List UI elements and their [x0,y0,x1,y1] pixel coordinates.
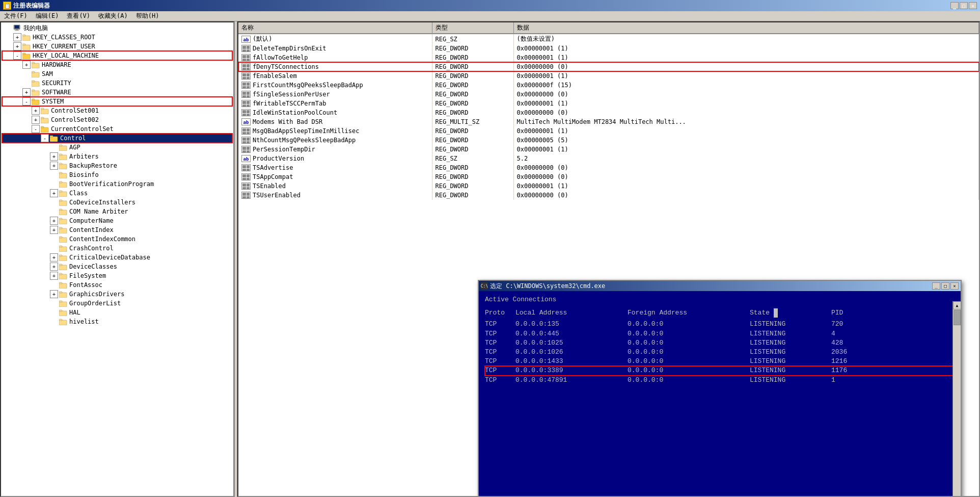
cmd-close[interactable]: ✕ [950,282,959,290]
maximize-button[interactable]: □ [960,2,968,9]
table-row[interactable]: fSingleSessionPerUserREG_DWORD0x00000000… [238,90,979,99]
close-button[interactable]: ✕ [969,2,977,9]
folder-icon [41,116,49,123]
tree-node-computer[interactable]: 我的电脑 [2,23,232,33]
table-row[interactable]: fDenyTSConnectionsREG_DWORD0x00000000 (0… [238,62,979,71]
col-name[interactable]: 名称 [238,22,432,34]
expander-minus[interactable]: - [13,51,21,60]
expander-plus[interactable]: + [50,162,58,170]
tree-label: 我的电脑 [23,24,48,33]
table-row[interactable]: PerSessionTempDirREG_DWORD0x00000001 (1) [238,145,979,154]
svg-rect-67 [59,319,62,321]
tree-node-hardware[interactable]: + HARDWARE [2,60,232,69]
tree-node-codeviceinstallers[interactable]: CoDeviceInstallers [2,198,232,207]
tree-node-crashcontrol[interactable]: CrashControl [2,244,232,253]
menu-favorites[interactable]: 收藏夹(A) [96,11,130,21]
table-row[interactable]: TSAdvertiseREG_DWORD0x00000000 (0) [238,163,979,172]
tree-node-filesystem[interactable]: + FileSystem [2,271,232,280]
tree-node-hkey_classes_root[interactable]: + HKEY_CLASSES_ROOT [2,33,232,42]
tree-node-control[interactable]: - Control [2,134,232,143]
cmd-title: 选定 C:\WINDOWS\system32\cmd.exe [490,282,605,291]
tree-node-arbiters[interactable]: + Arbiters [2,152,232,161]
expander-minus[interactable]: - [41,134,49,142]
tree-pane[interactable]: 我的电脑+ HKEY_CLASSES_ROOT+ HKEY_CURRENT_US… [0,21,234,497]
expander-plus[interactable]: + [22,61,31,69]
tree-node-hkey_local_machine[interactable]: - HKEY_LOCAL_MACHINE [2,51,232,60]
tree-node-contentindex[interactable]: + ContentIndex [2,225,232,234]
expander-plus[interactable]: + [50,272,58,280]
expander-plus[interactable]: + [22,88,31,96]
tree-node-computername[interactable]: + ComputerName [2,216,232,225]
table-row[interactable]: ab(默认)REG_SZ(数值未设置) [238,34,979,44]
tree-node-currentcontrolset[interactable]: - CurrentControlSet [2,124,232,134]
menu-edit[interactable]: 编辑(E) [34,11,61,21]
scroll-thumb[interactable] [954,310,961,325]
folder-icon [59,254,67,261]
table-row[interactable]: abModems With Bad DSRREG_MULTI_SZMultiTe… [238,117,979,126]
table-row[interactable]: MsgQBadAppSleepTimeInMillisecREG_DWORD0x… [238,126,979,136]
tree-node-hivelist[interactable]: hivelist [2,317,232,326]
menu-help[interactable]: 帮助(H) [134,11,161,21]
minimize-button[interactable]: _ [950,2,959,9]
tree-node-contentindexcommon[interactable]: ContentIndexCommon [2,234,232,244]
scroll-up-btn[interactable]: ▲ [953,301,961,309]
cmd-maximize[interactable]: □ [941,282,949,290]
table-row[interactable]: IdleWinStationPoolCountREG_DWORD0x000000… [238,108,979,117]
folder-icon [32,61,40,68]
svg-rect-59 [59,282,62,284]
tree-node-system[interactable]: - SYSTEM [2,97,232,106]
tree-node-controlset001[interactable]: + ControlSet001 [2,106,232,115]
col-data[interactable]: 数据 [513,22,979,34]
expander-plus[interactable]: + [50,263,58,271]
table-row[interactable]: fAllowToGetHelpREG_DWORD0x00000001 (1) [238,53,979,62]
col-type[interactable]: 类型 [432,22,513,34]
tree-node-deviceclasses[interactable]: + DeviceClasses [2,262,232,271]
table-row[interactable]: NthCountMsgQPeeksSleepBadAppREG_DWORD0x0… [238,136,979,145]
expander-plus[interactable]: + [13,33,21,41]
expander-plus[interactable]: + [50,217,58,225]
expander-plus[interactable]: + [50,290,58,298]
expander-plus[interactable]: + [50,189,58,197]
tree-node-graphicsdrivers[interactable]: + GraphicsDrivers [2,290,232,299]
table-row[interactable]: fEnableSalemREG_DWORD0x00000001 (1) [238,71,979,81]
expander-plus[interactable]: + [32,107,40,115]
expander-plus[interactable]: + [13,42,21,50]
table-row[interactable]: TSAppCompatREG_DWORD0x00000000 (0) [238,172,979,181]
tree-node-agp[interactable]: AGP [2,143,232,152]
table-row[interactable]: abProductVersionREG_SZ5.2 [238,154,979,163]
tree-node-com_name_arbiter[interactable]: COM Name Arbiter [2,207,232,216]
cmd-connection-row: TCP0.0.0.0:10260.0.0.0:0LISTENING2036 [485,348,955,357]
expander-plus[interactable]: + [50,253,58,261]
tree-node-hal[interactable]: HAL [2,308,232,317]
tree-node-sam[interactable]: SAM [2,69,232,79]
tree-node-biosinfo[interactable]: Biosinfo [2,170,232,179]
menu-file[interactable]: 文件(F) [2,11,30,21]
expander-plus[interactable]: + [50,152,58,161]
expander-plus[interactable]: + [50,226,58,234]
expander-minus[interactable]: - [22,97,31,106]
cmd-scrollbar[interactable]: ▲ ▼ [952,301,961,497]
table-row[interactable]: DeleteTempDirsOnExitREG_DWORD0x00000001 … [238,44,979,53]
expander-plus[interactable]: + [32,116,40,124]
tree-node-criticaldevicedatabase[interactable]: + CriticalDeviceDatabase [2,253,232,262]
expander-minus[interactable]: - [32,125,40,133]
tree-node-bootverificationprogram[interactable]: BootVerificationProgram [2,179,232,189]
tree-node-software[interactable]: + SOFTWARE [2,88,232,97]
folder-icon [59,162,67,169]
tree-node-controlset002[interactable]: + ControlSet002 [2,115,232,124]
tree-node-hkey_current_user[interactable]: + HKEY_CURRENT_USER [2,42,232,51]
menu-view[interactable]: 查看(V) [65,11,92,21]
svg-rect-52 [59,256,67,261]
table-row[interactable]: FirstCountMsgQPeeksSleepBadAppREG_DWORD0… [238,81,979,90]
tree-node-backuprestore[interactable]: + BackupRestore [2,161,232,170]
svg-rect-7 [22,44,25,45]
tree-node-security[interactable]: SECURITY [2,79,232,88]
tree-node-grouporderlist[interactable]: GroupOrderList [2,299,232,308]
tree-node-class[interactable]: + Class [2,189,232,198]
table-row[interactable]: fWritableTSCCPermTabREG_DWORD0x00000001 … [238,99,979,108]
menu-bar: 文件(F) 编辑(E) 查看(V) 收藏夹(A) 帮助(H) [0,11,980,21]
tree-node-fontassoc[interactable]: FontAssoc [2,280,232,290]
table-row[interactable]: TSEnabledREG_DWORD0x00000001 (1) [238,181,979,191]
cmd-minimize[interactable]: _ [932,282,940,290]
table-row[interactable]: TSUserEnabledREG_DWORD0x00000000 (0) [238,191,979,200]
